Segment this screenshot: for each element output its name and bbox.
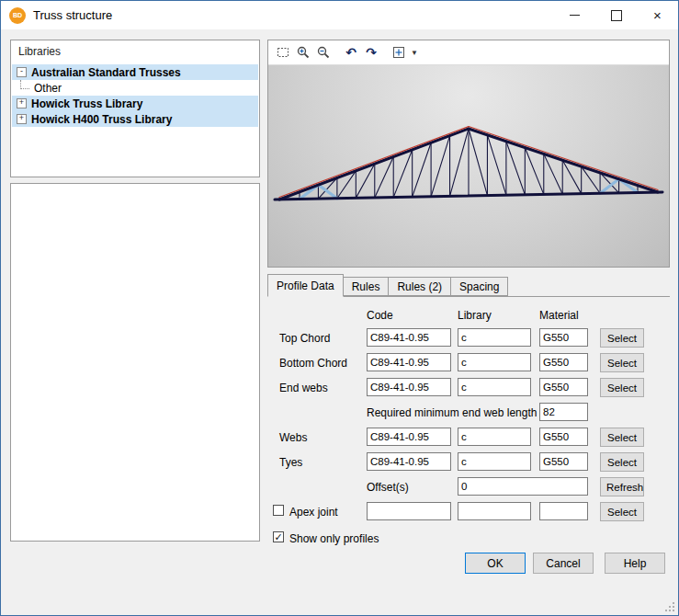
apex-joint-checkbox[interactable] bbox=[273, 505, 284, 516]
webs-label: Webs bbox=[279, 431, 307, 444]
bottom-chord-row: Bottom Chord Select bbox=[267, 352, 676, 377]
column-header-code: Code bbox=[367, 309, 393, 322]
close-icon: × bbox=[653, 8, 662, 22]
top-chord-code-input[interactable] bbox=[367, 328, 451, 347]
refresh-button[interactable]: Refresh bbox=[600, 477, 644, 496]
apex-joint-library-input[interactable] bbox=[458, 502, 531, 520]
preview-panel: ↶ ↷ ▼ bbox=[267, 40, 670, 268]
end-webs-row: End webs Select bbox=[267, 377, 676, 402]
zoom-window-icon[interactable] bbox=[273, 42, 293, 63]
toolbar-dropdown-icon[interactable]: ▼ bbox=[409, 42, 420, 63]
bottom-chord-code-input[interactable] bbox=[367, 353, 451, 371]
rotate-clockwise-icon[interactable]: ↷ bbox=[361, 42, 381, 63]
tyes-library-input[interactable] bbox=[458, 452, 531, 471]
rotate-anticlockwise-icon[interactable]: ↶ bbox=[341, 42, 361, 63]
tab-strip: Profile Data Rules Rules (2) Spacing bbox=[267, 278, 507, 296]
profile-data-form: Code Library Material Top Chord Select B… bbox=[267, 296, 676, 549]
webs-material-input[interactable] bbox=[539, 428, 588, 446]
top-chord-select-button[interactable]: Select bbox=[600, 328, 644, 348]
column-header-library: Library bbox=[458, 309, 492, 322]
libraries-panel: Libraries - Australian Standard Trusses … bbox=[10, 40, 260, 177]
cancel-button[interactable]: Cancel bbox=[533, 553, 594, 574]
minimize-button[interactable] bbox=[554, 1, 595, 29]
show-only-profiles-label: Show only profiles bbox=[289, 532, 379, 545]
tree-item-label: Australian Standard Trusses bbox=[31, 66, 181, 79]
app-icon-text: BD bbox=[13, 12, 22, 18]
tyes-code-input[interactable] bbox=[367, 452, 451, 471]
apex-joint-select-button[interactable]: Select bbox=[600, 502, 644, 521]
truss-preview-canvas[interactable] bbox=[268, 65, 669, 267]
tab-profile-data[interactable]: Profile Data bbox=[267, 274, 344, 297]
webs-row: Webs Select bbox=[267, 427, 676, 451]
tab-rules[interactable]: Rules bbox=[343, 277, 390, 296]
zoom-out-icon[interactable] bbox=[313, 42, 334, 63]
show-only-profiles-checkbox[interactable] bbox=[273, 531, 284, 542]
minimize-icon bbox=[570, 15, 580, 16]
expand-icon[interactable]: + bbox=[17, 114, 27, 124]
bottom-chord-label: Bottom Chord bbox=[279, 357, 347, 370]
min-end-web-input[interactable] bbox=[539, 403, 588, 421]
truss-structure-dialog: BD Truss structure × Libraries - Austral… bbox=[0, 0, 679, 616]
top-chord-material-input[interactable] bbox=[539, 328, 588, 347]
top-chord-row: Top Chord Select bbox=[267, 327, 676, 352]
offsets-input[interactable] bbox=[458, 477, 588, 496]
titlebar: BD Truss structure × bbox=[1, 1, 678, 29]
column-header-material: Material bbox=[539, 309, 579, 322]
tyes-select-button[interactable]: Select bbox=[600, 452, 644, 472]
expand-icon[interactable]: + bbox=[17, 98, 27, 108]
tree-item-label: Howick Truss Library bbox=[31, 97, 142, 110]
end-webs-library-input[interactable] bbox=[458, 378, 531, 396]
tree-item-howick-truss-library[interactable]: + Howick Truss Library bbox=[12, 96, 258, 111]
window-controls: × bbox=[554, 1, 678, 29]
apex-joint-row: Apex joint Select bbox=[267, 501, 676, 526]
apex-joint-label: Apex joint bbox=[289, 506, 338, 519]
close-button[interactable]: × bbox=[637, 1, 678, 29]
min-end-web-row: Required minimum end web length bbox=[267, 402, 676, 427]
collapse-icon[interactable]: - bbox=[17, 67, 27, 77]
tree-item-other[interactable]: Other bbox=[12, 80, 258, 96]
zoom-in-icon[interactable] bbox=[293, 42, 313, 63]
window-title: Truss structure bbox=[33, 8, 554, 22]
bottom-chord-material-input[interactable] bbox=[539, 353, 588, 371]
tree-item-howick-h400-truss-library[interactable]: + Howick H400 Truss Library bbox=[12, 111, 258, 127]
end-webs-material-input[interactable] bbox=[539, 378, 588, 396]
zoom-extents-icon[interactable] bbox=[389, 42, 409, 63]
end-webs-label: End webs bbox=[279, 382, 328, 394]
top-chord-library-input[interactable] bbox=[458, 328, 531, 347]
bottom-chord-library-input[interactable] bbox=[458, 353, 531, 371]
tree-connector bbox=[20, 80, 29, 89]
end-webs-code-input[interactable] bbox=[367, 378, 451, 396]
maximize-button[interactable] bbox=[595, 1, 637, 29]
tree-item-australian-standard-trusses[interactable]: - Australian Standard Trusses bbox=[12, 64, 258, 80]
preview-toolbar: ↶ ↷ ▼ bbox=[268, 40, 669, 65]
tab-rules-2[interactable]: Rules (2) bbox=[388, 277, 451, 296]
show-only-profiles-row: Show only profiles bbox=[267, 528, 676, 553]
column-header-row: Code Library Material bbox=[267, 305, 676, 330]
apex-joint-material-input[interactable] bbox=[539, 502, 588, 520]
tyes-label: Tyes bbox=[279, 456, 302, 469]
webs-library-input[interactable] bbox=[458, 428, 531, 446]
libraries-header: Libraries bbox=[11, 40, 259, 58]
bottom-chord-select-button[interactable]: Select bbox=[600, 353, 644, 372]
end-webs-select-button[interactable]: Select bbox=[600, 378, 644, 397]
tree-item-label: Howick H400 Truss Library bbox=[31, 113, 172, 126]
tab-spacing[interactable]: Spacing bbox=[450, 277, 508, 296]
offsets-label: Offset(s) bbox=[367, 481, 409, 494]
app-icon: BD bbox=[9, 7, 26, 24]
tyes-row: Tyes Select bbox=[267, 451, 676, 476]
offsets-row: Offset(s) Refresh bbox=[267, 476, 676, 501]
tyes-material-input[interactable] bbox=[539, 452, 588, 471]
library-details-panel bbox=[10, 183, 260, 542]
min-end-web-label: Required minimum end web length bbox=[367, 406, 537, 419]
resize-grip[interactable] bbox=[664, 601, 675, 612]
ok-button[interactable]: OK bbox=[465, 553, 526, 574]
tree-item-label: Other bbox=[34, 82, 62, 95]
truss-drawing bbox=[268, 65, 669, 267]
top-chord-label: Top Chord bbox=[279, 332, 330, 345]
webs-select-button[interactable]: Select bbox=[600, 428, 644, 447]
maximize-icon bbox=[611, 10, 622, 21]
webs-code-input[interactable] bbox=[367, 428, 451, 446]
apex-joint-code-input[interactable] bbox=[367, 502, 451, 520]
help-button[interactable]: Help bbox=[605, 553, 665, 574]
